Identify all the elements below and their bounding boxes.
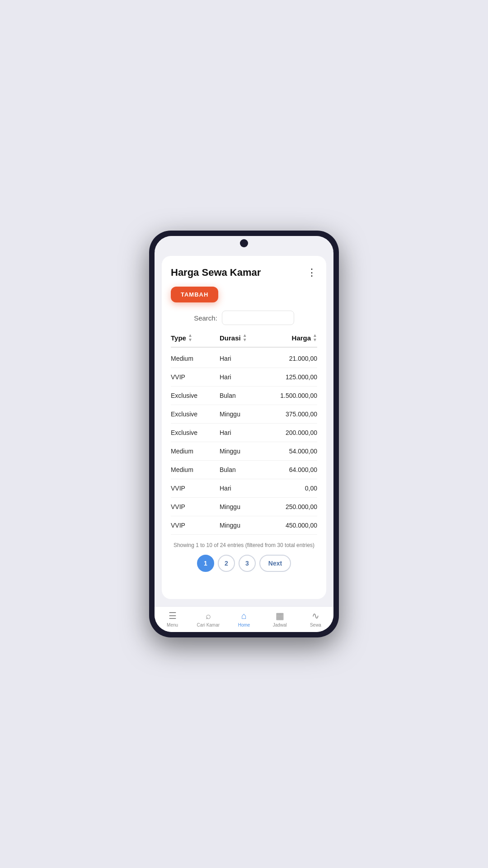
cell-harga: 450.000,00 [268,522,317,529]
cell-durasi: Hari [220,485,268,492]
more-options-icon[interactable]: ⋮ [307,267,317,278]
cell-durasi: Minggu [220,503,268,510]
cell-durasi: Hari [220,373,268,381]
page-2-button[interactable]: 2 [218,555,235,572]
pagination: 1 2 3 Next [171,555,317,572]
cell-durasi: Minggu [220,448,268,455]
table-row: VVIP Minggu 250.000,00 [171,498,317,516]
cell-type: Exclusive [171,410,220,418]
cell-harga: 64.000,00 [268,466,317,473]
table-row: Exclusive Bulan 1.500.000,00 [171,387,317,405]
status-bar [155,236,333,250]
search-input[interactable] [222,311,294,325]
nav-jadwal[interactable]: ▦ Jadwal [262,610,298,627]
cell-harga: 21.000,00 [268,355,317,362]
search-row: Search: [171,311,317,325]
cell-harga: 250.000,00 [268,503,317,510]
table-row: Exclusive Minggu 375.000,00 [171,405,317,424]
page-3-button[interactable]: 3 [239,555,256,572]
page-title: Harga Sewa Kamar [171,267,261,278]
cell-durasi: Minggu [220,410,268,418]
cell-durasi: Bulan [220,392,268,399]
phone-frame: Harga Sewa Kamar ⋮ TAMBAH Search: Type ▲… [149,231,339,637]
cell-harga: 200.000,00 [268,429,317,436]
cell-type: VVIP [171,373,220,381]
search-label: Search: [194,314,217,322]
cell-type: Exclusive [171,429,220,436]
cell-type: VVIP [171,503,220,510]
col-durasi[interactable]: Durasi ▲▼ [220,333,268,342]
phone-screen: Harga Sewa Kamar ⋮ TAMBAH Search: Type ▲… [155,236,333,632]
cell-harga: 0,00 [268,485,317,492]
chart-icon: ∿ [312,610,319,621]
cell-type: Medium [171,448,220,455]
nav-menu[interactable]: ☰ Menu [155,610,190,627]
col-type[interactable]: Type ▲▼ [171,333,220,342]
table-row: Exclusive Hari 200.000,00 [171,424,317,442]
cell-harga: 54.000,00 [268,448,317,455]
nav-sewa[interactable]: ∿ Sewa [298,610,333,627]
nav-jadwal-label: Jadwal [273,623,287,627]
cell-type: VVIP [171,522,220,529]
camera-notch [240,239,248,247]
table-header: Type ▲▼ Durasi ▲▼ Harga ▲▼ [171,333,317,348]
cell-harga: 125.000,00 [268,373,317,381]
cell-type: VVIP [171,485,220,492]
nav-home[interactable]: ⌂ Home [226,611,262,627]
nav-cari-kamar[interactable]: ⌕ Cari Kamar [190,611,226,627]
bottom-nav: ☰ Menu ⌕ Cari Kamar ⌂ Home ▦ Jadwal ∿ Se… [155,606,333,632]
cell-durasi: Hari [220,429,268,436]
nav-sewa-label: Sewa [310,623,321,627]
data-table: Type ▲▼ Durasi ▲▼ Harga ▲▼ Medium [171,333,317,535]
sort-harga-icon: ▲▼ [313,333,317,342]
cell-type: Medium [171,466,220,473]
cell-durasi: Hari [220,355,268,362]
cell-durasi: Bulan [220,466,268,473]
page-1-button[interactable]: 1 [197,555,214,572]
cell-type: Medium [171,355,220,362]
col-harga[interactable]: Harga ▲▼ [268,333,317,342]
sort-durasi-icon: ▲▼ [243,333,247,342]
tambah-button[interactable]: TAMBAH [171,287,218,302]
nav-home-label: Home [238,623,250,627]
table-row: VVIP Minggu 450.000,00 [171,516,317,535]
table-row: Medium Hari 21.000,00 [171,349,317,368]
home-icon: ⌂ [241,611,247,621]
cell-harga: 375.000,00 [268,410,317,418]
screen-content: Harga Sewa Kamar ⋮ TAMBAH Search: Type ▲… [155,250,333,606]
pagination-info: Showing 1 to 10 of 24 entries (filtered … [171,541,317,549]
table-row: VVIP Hari 125.000,00 [171,368,317,387]
table-body: Medium Hari 21.000,00 VVIP Hari 125.000,… [171,349,317,535]
menu-icon: ☰ [169,610,177,621]
table-row: Medium Minggu 54.000,00 [171,442,317,461]
sort-type-icon: ▲▼ [188,333,192,342]
table-row: Medium Bulan 64.000,00 [171,461,317,479]
calendar-icon: ▦ [276,610,284,621]
main-card: Harga Sewa Kamar ⋮ TAMBAH Search: Type ▲… [162,256,326,599]
card-header: Harga Sewa Kamar ⋮ [171,267,317,278]
search-icon: ⌕ [206,611,211,621]
next-button[interactable]: Next [259,555,291,572]
nav-cari-label: Cari Kamar [197,623,220,627]
table-row: VVIP Hari 0,00 [171,479,317,498]
cell-type: Exclusive [171,392,220,399]
cell-durasi: Minggu [220,522,268,529]
cell-harga: 1.500.000,00 [268,392,317,399]
nav-menu-label: Menu [167,623,178,627]
